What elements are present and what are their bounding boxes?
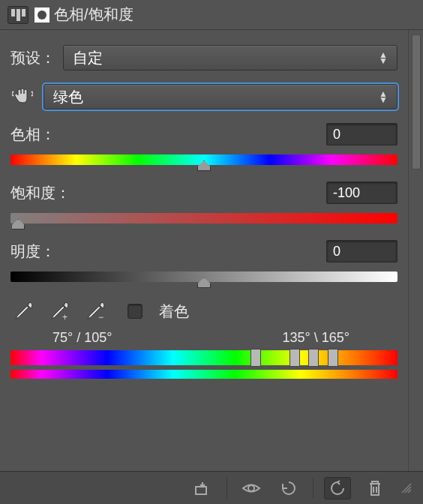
colorize-checkbox[interactable] xyxy=(128,304,142,319)
hue-value-input[interactable] xyxy=(326,123,398,146)
preset-row: 预设： 自定 ▲▼ xyxy=(10,45,398,70)
toggle-visibility-icon[interactable] xyxy=(238,477,265,500)
spectrum-bottom xyxy=(10,370,398,379)
channel-value: 绿色 xyxy=(53,87,83,107)
svg-point-3 xyxy=(248,485,254,491)
adjustment-mask-icon xyxy=(34,8,50,22)
panel-scrollbar[interactable] xyxy=(408,30,423,471)
svg-text:+: + xyxy=(62,312,68,322)
eyedropper-subtract-icon[interactable]: − xyxy=(82,298,108,324)
panel-title: 色相/饱和度 xyxy=(54,4,134,25)
panel-body: 预设： 自定 ▲▼ 绿色 ▲▼ 色相： xyxy=(0,30,423,471)
panel-header: 色相/饱和度 xyxy=(0,0,423,30)
hue-slider-track[interactable] xyxy=(10,154,398,165)
reset-icon[interactable] xyxy=(275,477,302,500)
lightness-label: 明度： xyxy=(10,242,56,262)
hue-label: 色相： xyxy=(10,124,56,145)
corner-grip-icon xyxy=(399,477,414,500)
hue-slider-thumb[interactable] xyxy=(197,160,211,171)
lightness-slider-row: 明度： xyxy=(10,240,398,282)
dropdown-arrows-icon: ▲▼ xyxy=(379,91,388,103)
preset-dropdown[interactable]: 自定 ▲▼ xyxy=(63,45,398,70)
range-marker[interactable] xyxy=(250,349,261,367)
lightness-slider-thumb[interactable] xyxy=(197,278,211,288)
dropdown-arrows-icon: ▲▼ xyxy=(379,52,388,64)
range-marker[interactable] xyxy=(308,349,319,367)
svg-rect-2 xyxy=(196,487,206,494)
eyedropper-icon[interactable] xyxy=(10,298,36,324)
saturation-value-input[interactable] xyxy=(326,182,398,204)
preset-value: 自定 xyxy=(73,48,103,68)
saturation-slider-track[interactable] xyxy=(10,213,398,224)
scrubby-hand-icon[interactable] xyxy=(10,85,34,109)
save-preset-icon[interactable] xyxy=(8,6,28,24)
previous-state-icon[interactable] xyxy=(324,477,351,500)
hue-saturation-panel: 色相/饱和度 预设： 自定 ▲▼ 绿色 ▲▼ xyxy=(0,0,423,504)
saturation-slider-thumb[interactable] xyxy=(11,219,25,230)
range-marker[interactable] xyxy=(290,349,300,367)
panel-content: 预设： 自定 ▲▼ 绿色 ▲▼ 色相： xyxy=(0,30,408,471)
channel-row: 绿色 ▲▼ xyxy=(10,84,398,110)
delete-icon[interactable] xyxy=(362,477,388,500)
lightness-slider-track[interactable] xyxy=(10,272,398,282)
hue-slider-row: 色相： xyxy=(10,123,398,165)
saturation-label: 饱和度： xyxy=(10,183,70,203)
spectrum-top[interactable] xyxy=(10,350,398,365)
eyedropper-add-icon[interactable]: + xyxy=(46,298,72,324)
eyedropper-row: + − 着色 xyxy=(10,298,398,324)
panel-footer xyxy=(0,471,423,504)
preset-label: 预设： xyxy=(10,48,63,68)
range-marker[interactable] xyxy=(328,349,338,367)
color-range-spectrum xyxy=(10,350,398,379)
lightness-value-input[interactable] xyxy=(326,240,398,262)
saturation-slider-row: 饱和度： xyxy=(10,182,398,224)
svg-text:−: − xyxy=(98,312,104,322)
clip-to-layer-icon[interactable] xyxy=(189,477,216,500)
color-range-labels: 75° / 105° 135° \ 165° xyxy=(10,330,398,346)
scrollbar-thumb[interactable] xyxy=(412,34,421,170)
channel-dropdown[interactable]: 绿色 ▲▼ xyxy=(44,84,398,110)
colorize-label: 着色 xyxy=(159,302,189,322)
